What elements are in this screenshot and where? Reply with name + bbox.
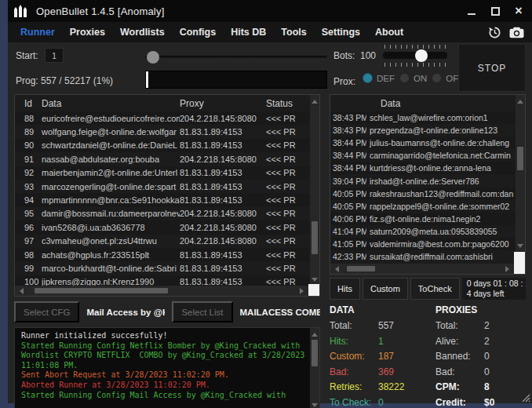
results-table-row[interactable]: 96ivan5268@i.ua:ab3636778204.2.218.145:8… (15, 220, 310, 234)
stop-button[interactable]: STOP (458, 44, 526, 92)
hits-table-row[interactable]: 40:05 PMrappelzappel9@t-online.de:sommer… (330, 200, 516, 213)
bots-slider[interactable] (383, 45, 447, 67)
results-table-row[interactable]: 99marco-burkhardt@t-online.de:Sabri81.83… (15, 261, 310, 275)
log-line: Runner initialized succesfully! (21, 331, 307, 341)
custom-button[interactable]: Custom (363, 278, 408, 300)
history-icon[interactable] (487, 26, 502, 39)
menu-item-wordlists[interactable]: Wordlists (120, 27, 165, 38)
stats-proxies: PROXIESTotal:2Alive:2Banned:0Bad:0CPM:8C… (435, 304, 526, 408)
scroll-down-icon[interactable] (312, 403, 318, 407)
select-list-button[interactable]: Select List (172, 301, 232, 322)
scroll-right-icon[interactable] (300, 288, 304, 294)
results-table-row[interactable]: 93marcozengerling@t-online.de:spart81.83… (15, 180, 310, 193)
scroll-left-icon[interactable] (20, 288, 24, 294)
tocheck-button[interactable]: ToCheck (410, 278, 460, 300)
scrollbar-thumb[interactable] (35, 288, 168, 293)
scrollbar-thumb[interactable] (312, 221, 318, 254)
start-input[interactable] (45, 48, 64, 63)
menu-item-proxies[interactable]: Proxies (70, 27, 105, 38)
scroll-left-icon[interactable] (335, 266, 339, 272)
hits-table-row[interactable]: 42:33 PMsursaikat@rediffmail.com:ashisbr… (330, 250, 516, 263)
results-table-row[interactable]: 100jipkrens@ziggo.nl:Krenz199081.83.1.89… (15, 275, 310, 286)
results-table-row[interactable]: 95damir@bossmail.ru:dameerparolnev204.2.… (15, 207, 310, 220)
menu-item-configs[interactable]: Configs (180, 27, 217, 38)
hits-table-row[interactable]: 39:04 PMirshad@t-online.de:Server786 (330, 174, 516, 187)
vertical-scrollbar[interactable] (516, 95, 525, 252)
select-cfg-button[interactable]: Select CFG (14, 301, 79, 322)
cell-proxy: 81.83.1.89:4153 (180, 140, 266, 150)
hits-table-row[interactable]: 38:44 PMjulius-baumanns@t-online.de:chal… (330, 137, 516, 149)
radio-icon (363, 73, 373, 83)
close-button[interactable]: × (513, 5, 524, 16)
column-header-data[interactable]: Data (40, 98, 180, 109)
scroll-up-icon[interactable] (517, 100, 523, 104)
scrollbar-thumb[interactable] (517, 147, 523, 170)
results-table-row[interactable]: 91nassab@abdulsater.org:bouba204.2.218.1… (15, 152, 310, 166)
cell-time: 38:44 PM (330, 163, 366, 173)
scroll-down-icon[interactable] (312, 278, 318, 282)
horizontal-scrollbar[interactable] (15, 286, 308, 296)
config-bar: Select CFG Mail Access by @KingCracked S… (14, 301, 320, 322)
menu-item-tools[interactable]: Tools (281, 27, 306, 38)
prox-option-def[interactable]: DEF (363, 73, 395, 83)
scroll-up-icon[interactable] (312, 100, 318, 104)
stat-row-credit: Credit:$0 (435, 397, 526, 408)
hits-table-row[interactable]: 40:06 PMfiz.s@t-online.de:nima1negin2 (330, 213, 516, 225)
cell-id: 98 (15, 250, 40, 260)
results-table-row[interactable]: 98achats@hgplus.fr:233515plt81.83.1.89:4… (15, 248, 310, 261)
results-table-row[interactable]: 88euricofreire@estudioeuricofreire.com20… (15, 111, 310, 125)
cell-time: 39:04 PM (330, 177, 366, 186)
progress-bar (145, 71, 327, 89)
cell-time: 41:05 PM (330, 239, 366, 249)
maximize-button[interactable] (490, 5, 501, 16)
results-table-row[interactable]: 90schwartzdaniel@t-online.de:DanieL81.83… (15, 139, 310, 152)
hits-table-row[interactable]: 41:05 PMvaldemirmira@ibest.com.br:pago62… (330, 238, 516, 250)
scrollbar-thumb[interactable] (347, 266, 375, 271)
scroll-down-icon[interactable] (517, 244, 523, 248)
cell-status: <<< PR (266, 168, 310, 177)
scroll-up-icon[interactable] (312, 333, 318, 337)
hits-table-row[interactable]: 38:44 PMkurtdriess@t-online.de:anna-lena (330, 162, 516, 174)
results-table-row[interactable]: 94mpmartinnnnn@bnr.ca:Se91hookka81.83.1.… (15, 193, 310, 206)
hits-table-row[interactable]: 40:05 PMrakeshraushan123@rediffmail.com:… (330, 188, 516, 200)
slider-thumb[interactable] (147, 51, 159, 64)
scroll-right-icon[interactable] (505, 266, 509, 272)
hits-table-row[interactable]: 38:44 PMcarminagarrido@telefonica.net:Ca… (330, 149, 516, 162)
menu-item-hits-db[interactable]: Hits DB (231, 27, 266, 38)
slider-thumb[interactable] (415, 49, 428, 62)
hits-table-row[interactable]: 41:04 PMsaturn2009@meta.ua:0953839055 (330, 225, 516, 238)
cell-proxy: 81.83.1.89:4153 (180, 168, 266, 177)
log-line: Sent Abort Request at 3/28/2023 11:02:20… (21, 370, 307, 381)
column-header-proxy[interactable]: Proxy (180, 98, 266, 109)
cell-proxy: 204.2.218.145:8080 (180, 223, 266, 232)
cell-data: sursaikat@rediffmail.com:ashisbri (366, 252, 516, 261)
results-table-row[interactable]: 92maierbenjamin2@t-online.de:Unterl81.83… (15, 166, 310, 180)
column-header-id[interactable]: Id (15, 98, 40, 109)
results-table-row[interactable]: 97c3vmaheu@onet.pl:zsU4ttrwu204.2.218.14… (15, 235, 310, 248)
column-header-status[interactable]: Status (266, 98, 310, 109)
cell-data: carminagarrido@telefonica.net:Carmin (366, 151, 516, 160)
vertical-scrollbar[interactable] (310, 95, 319, 286)
prox-option-label: DEF (377, 74, 395, 83)
prox-option-on[interactable]: ON (399, 73, 427, 83)
hits-filter-buttons: HitsCustomToCheck (330, 278, 460, 300)
resize-grip-icon[interactable] (521, 393, 530, 403)
menu-item-settings[interactable]: Settings (322, 27, 360, 38)
vertical-scrollbar[interactable] (310, 328, 319, 408)
horizontal-scrollbar[interactable] (330, 264, 514, 274)
cell-time: 38:44 PM (330, 151, 366, 160)
results-table-row[interactable]: 89wolfgang.feige@t-online.de:wolfgar81.8… (15, 125, 310, 138)
menu-item-runner[interactable]: Runner (20, 27, 55, 38)
hits-table-row[interactable]: 38:43 PMprzegendza@t-online.de:online123 (330, 124, 516, 137)
camera-icon[interactable] (509, 26, 524, 39)
start-slider[interactable] (145, 51, 327, 64)
hits-button[interactable]: Hits (330, 278, 360, 300)
scrollbar-thumb[interactable] (312, 340, 318, 366)
cell-id: 88 (15, 114, 40, 123)
scrollbar-corner (308, 284, 319, 296)
minimize-button[interactable] (466, 5, 477, 16)
hits-table-body: 38:43 PMschles_law@wirefire.com:orion138… (330, 111, 516, 263)
hits-table-row[interactable]: 38:43 PMschles_law@wirefire.com:orion1 (330, 111, 516, 124)
cell-data: kurtdriess@t-online.de:anna-lena (366, 163, 516, 173)
menu-item-about[interactable]: About (375, 27, 403, 38)
